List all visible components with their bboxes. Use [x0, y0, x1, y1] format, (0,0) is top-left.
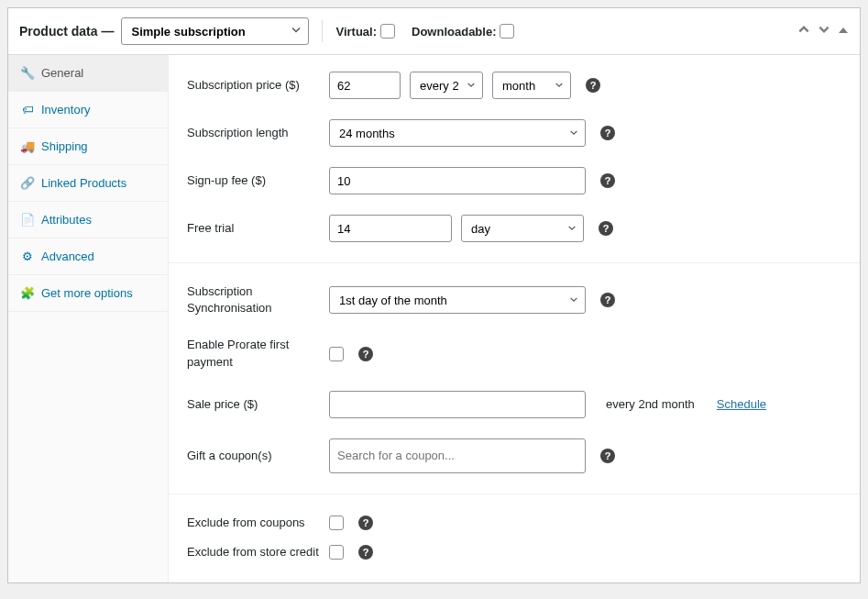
content-area: Subscription price ($) every 2nd month ?… — [169, 55, 860, 582]
move-up-icon[interactable] — [797, 23, 810, 39]
subscription-length-select[interactable]: 24 months — [329, 119, 586, 147]
panel-body: 🔧 General 🏷 Inventory 🚚 Shipping 🔗 Linke… — [8, 55, 860, 582]
tab-linked-products[interactable]: 🔗 Linked Products — [8, 165, 168, 202]
exclude-store-credit-checkbox[interactable] — [329, 545, 344, 560]
help-icon[interactable]: ? — [599, 221, 613, 236]
sale-price-label: Sale price ($) — [187, 396, 329, 413]
virtual-label: Virtual: — [335, 25, 377, 39]
subscription-price-input[interactable] — [329, 72, 401, 99]
tab-label: General — [41, 66, 83, 80]
product-type-select[interactable]: Simple subscription — [121, 17, 309, 45]
gift-coupon-input[interactable] — [329, 438, 586, 473]
help-icon[interactable]: ? — [358, 516, 373, 530]
sidebar: 🔧 General 🏷 Inventory 🚚 Shipping 🔗 Linke… — [8, 55, 169, 582]
gear-icon: ⚙ — [21, 250, 34, 263]
section-divider — [169, 262, 860, 263]
panel-header: Product data — Simple subscription Virtu… — [8, 8, 860, 55]
tab-label: Attributes — [41, 213, 92, 227]
list-icon: 📄 — [21, 213, 34, 227]
tab-shipping[interactable]: 🚚 Shipping — [8, 128, 168, 165]
virtual-checkbox[interactable] — [380, 24, 395, 39]
tab-label: Shipping — [41, 139, 88, 153]
help-icon[interactable]: ? — [358, 347, 373, 361]
section-divider — [169, 494, 860, 494]
help-icon[interactable]: ? — [600, 449, 615, 463]
subscription-price-label: Subscription price ($) — [187, 77, 329, 94]
sale-price-input[interactable] — [329, 391, 586, 418]
wrench-icon: 🔧 — [21, 66, 34, 80]
subscription-period-select[interactable]: month — [492, 72, 571, 99]
free-trial-period-select[interactable]: day — [461, 215, 584, 242]
tab-label: Advanced — [41, 250, 94, 263]
move-down-icon[interactable] — [818, 23, 830, 39]
tab-get-more-options[interactable]: 🧩 Get more options — [8, 275, 168, 312]
tab-label: Inventory — [41, 103, 90, 116]
help-icon[interactable]: ? — [358, 545, 373, 560]
schedule-link[interactable]: Schedule — [717, 397, 766, 411]
free-trial-label: Free trial — [187, 220, 329, 237]
tab-label: Linked Products — [41, 176, 126, 190]
help-icon[interactable]: ? — [600, 293, 615, 307]
prorate-label: Enable Prorate first payment — [187, 337, 329, 370]
collapse-icon[interactable] — [838, 23, 849, 39]
signup-fee-input[interactable] — [329, 167, 586, 194]
divider — [322, 20, 323, 42]
tag-icon: 🏷 — [21, 103, 34, 116]
exclude-coupons-label: Exclude from coupons — [187, 515, 329, 531]
exclude-coupons-checkbox[interactable] — [329, 516, 344, 530]
help-icon[interactable]: ? — [586, 78, 600, 93]
product-data-panel: Product data — Simple subscription Virtu… — [7, 7, 861, 583]
sync-label: Subscription Synchronisation — [187, 283, 329, 316]
subscription-length-label: Subscription length — [187, 125, 329, 141]
link-icon: 🔗 — [21, 176, 34, 190]
plugin-icon: 🧩 — [21, 286, 34, 300]
panel-title: Product data — — [19, 24, 114, 39]
help-icon[interactable]: ? — [600, 173, 615, 188]
sync-select[interactable]: 1st day of the month — [329, 286, 586, 314]
prorate-checkbox[interactable] — [329, 347, 344, 361]
sale-price-interval-text: every 2nd month — [606, 397, 695, 411]
tab-advanced[interactable]: ⚙ Advanced — [8, 238, 168, 275]
downloadable-checkbox[interactable] — [500, 24, 514, 39]
downloadable-label: Downloadable: — [412, 25, 496, 39]
subscription-interval-select[interactable]: every 2nd — [410, 72, 483, 99]
free-trial-input[interactable] — [329, 215, 452, 242]
tab-inventory[interactable]: 🏷 Inventory — [8, 92, 168, 128]
signup-fee-label: Sign-up fee ($) — [187, 172, 329, 189]
tab-attributes[interactable]: 📄 Attributes — [8, 202, 168, 238]
tab-general[interactable]: 🔧 General — [8, 55, 168, 92]
gift-coupon-label: Gift a coupon(s) — [187, 448, 329, 464]
exclude-store-credit-label: Exclude from store credit — [187, 544, 329, 560]
help-icon[interactable]: ? — [600, 126, 615, 140]
truck-icon: 🚚 — [21, 139, 34, 153]
tab-label: Get more options — [41, 286, 133, 300]
